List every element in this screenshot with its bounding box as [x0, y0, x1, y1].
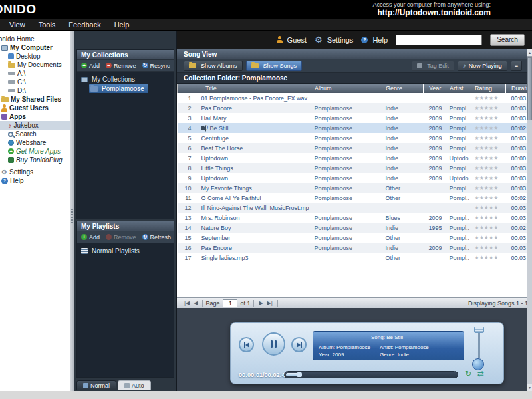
sidebar-item-guest-users[interactable]: Guest Users — [0, 104, 70, 112]
add-button[interactable]: +Add — [81, 234, 100, 241]
first-page-icon[interactable]: |◀ — [182, 300, 192, 306]
prev-page-icon[interactable]: ◀ — [192, 300, 200, 306]
song-rating[interactable]: ★★★★★ — [469, 123, 506, 133]
previous-track-button[interactable] — [239, 337, 254, 352]
song-row[interactable]: 101 Pomplamoose - Pas Encore_FX.wav★★★★★… — [178, 93, 532, 103]
show-albums-button[interactable]: Show Albums — [184, 61, 243, 71]
song-row[interactable]: 16Pas EncorePomplamooseIndie2009Pompl...… — [178, 243, 532, 253]
column-header-rating[interactable]: Rating — [469, 84, 506, 93]
page-number-input[interactable] — [223, 299, 237, 307]
shuffle-icon[interactable]: ⇄ — [477, 369, 484, 378]
next-page-icon[interactable]: ▶ — [257, 300, 265, 306]
song-row[interactable]: 17Single ladies.mp3OtherPompl...★★★★★00:… — [178, 253, 532, 263]
song-rating[interactable]: ★★★★★ — [469, 113, 506, 123]
add-button[interactable]: +Add — [81, 63, 100, 69]
sidebar-item-get-more-apps[interactable]: +Get More Apps — [0, 147, 70, 156]
search-button[interactable]: Search — [490, 34, 525, 46]
song-rating[interactable]: ★★★★★ — [469, 203, 506, 213]
sidebar-item-c[interactable]: C:\ — [0, 78, 70, 86]
sidebar-item-desktop[interactable]: Desktop — [0, 52, 70, 61]
song-row[interactable]: 10My Favorite ThingsPomplamooseOtherPomp… — [178, 183, 532, 193]
show-songs-button[interactable]: Show Songs — [246, 61, 303, 71]
sidebar-item-settings[interactable]: ⚙Settings — [0, 168, 70, 176]
sidebar-item-tonido-home[interactable]: ⌂Tonido Home — [0, 35, 70, 43]
song-row[interactable]: 12Ill Nino-Against The Wall_MusicFrost.m… — [178, 203, 532, 213]
tree-item-pomplamoose[interactable]: Pomplamoose — [89, 84, 174, 93]
sidebar-splitter[interactable] — [70, 31, 74, 391]
next-track-button[interactable] — [291, 337, 307, 352]
seek-bar[interactable] — [284, 371, 458, 378]
resync-button[interactable]: ↻Resync — [142, 63, 170, 69]
song-rating[interactable]: ★★★★★ — [469, 173, 506, 183]
song-row[interactable]: 8Little ThingsPomplamooseIndie2009Pompl.… — [178, 163, 532, 173]
song-rating[interactable]: ★★★★★ — [469, 153, 506, 163]
song-rating[interactable]: ★★★★★ — [469, 223, 506, 233]
song-rating[interactable]: ★★★★★ — [469, 193, 506, 203]
tab-auto[interactable]: Auto — [118, 380, 151, 390]
help-button[interactable]: ? Help — [361, 36, 388, 44]
guest-button[interactable]: Guest — [277, 36, 307, 44]
remove-button[interactable]: −Remove — [106, 63, 136, 69]
column-header-artist[interactable]: Artist — [444, 84, 469, 93]
sidebar-item-webshare[interactable]: Webshare — [0, 138, 70, 147]
sidebar-item-apps[interactable]: Apps — [0, 112, 70, 121]
song-rating[interactable]: ★★★★★ — [469, 243, 506, 253]
sidebar-item-jukebox[interactable]: ♪Jukebox — [0, 121, 70, 130]
splitter-grip-icon[interactable] — [71, 209, 73, 223]
now-playing-button[interactable]: ♪ Now Playing — [458, 61, 507, 71]
menu-help[interactable]: Help — [108, 21, 136, 29]
song-row[interactable]: 3Hail MaryPomplamooseIndie2009Pompl...★★… — [178, 113, 532, 123]
song-row[interactable]: 2Pas EncorePomplamooseIndie2009Pompl...★… — [178, 103, 532, 113]
refresh-button[interactable]: ↻Refresh — [142, 234, 172, 241]
menu-view[interactable]: View — [3, 21, 32, 29]
song-rating[interactable]: ★★★★★ — [469, 143, 506, 153]
song-row[interactable]: 11O Come All Ye FaithfulPomplamooseOther… — [178, 193, 532, 203]
column-header-genre[interactable]: Genre — [380, 84, 424, 93]
menu-tools[interactable]: Tools — [32, 21, 63, 29]
seek-handle[interactable] — [297, 372, 302, 377]
song-row[interactable]: 13Mrs. RobinsonPomplamooseBlues2009Pompl… — [178, 213, 532, 223]
song-row[interactable]: 5CentrifugePomplamooseIndie2009Pompl...★… — [178, 133, 532, 143]
vertical-scrollbar[interactable]: ▲ ▼ — [527, 49, 532, 391]
search-input[interactable] — [396, 35, 482, 45]
settings-button[interactable]: ⚙ Settings — [315, 36, 353, 44]
song-rating[interactable]: ★★★★★ — [469, 233, 506, 243]
remove-button[interactable]: −Remove — [106, 234, 136, 241]
song-rating[interactable]: ★★★★★ — [469, 183, 506, 193]
song-rating[interactable]: ★★★★★ — [469, 163, 506, 173]
song-rating[interactable]: ★★★★★ — [469, 93, 506, 103]
sidebar-item-my-documents[interactable]: My Documents — [0, 61, 70, 69]
song-row[interactable]: 15SeptemberPomplamooseOtherPompl...★★★★★… — [178, 233, 532, 243]
sidebar-item-buy-tonidoplug[interactable]: Buy TonidoPlug — [0, 156, 70, 164]
sidebar-item-d[interactable]: D:\ — [0, 86, 70, 95]
song-row[interactable]: 4Be StillPomplamooseIndie2009Pompl...★★★… — [178, 123, 532, 133]
last-page-icon[interactable]: ▶| — [265, 300, 275, 306]
song-row[interactable]: 9UptodownPomplamooseIndie2009Uptodo...★★… — [178, 173, 532, 183]
tree-item-my-collections[interactable]: My Collections — [81, 75, 174, 84]
song-rating[interactable]: ★★★★★ — [469, 103, 506, 113]
song-row[interactable]: 7UptodownPomplamooseIndie2009Uptodo...★★… — [178, 153, 532, 163]
pause-button[interactable] — [262, 332, 285, 356]
menu-feedback[interactable]: Feedback — [62, 21, 107, 29]
sidebar-item-my-computer[interactable]: My Computer — [0, 43, 70, 52]
tab-normal[interactable]: Normal — [76, 380, 116, 390]
sidebar-item-my-shared-files[interactable]: My Shared Files — [0, 95, 70, 104]
column-header-year[interactable]: Year — [424, 84, 444, 93]
volume-handle[interactable] — [474, 327, 484, 333]
scroll-up-icon[interactable]: ▲ — [527, 49, 532, 57]
song-row[interactable]: 6Beat The HorsePomplamooseIndie2009Pompl… — [178, 143, 532, 153]
sidebar-item-help[interactable]: ?Help — [0, 176, 70, 185]
song-row[interactable]: 14Nature BoyPomplamooseIndie1995Pompl...… — [178, 223, 532, 233]
tree-item-normal-playlists[interactable]: Normal Playlists — [81, 247, 174, 255]
list-view-button[interactable]: ≡ — [511, 61, 522, 71]
column-header-album[interactable]: Album — [309, 84, 380, 93]
sidebar-item-a[interactable]: A:\ — [0, 69, 70, 78]
repeat-icon[interactable]: ↻ — [465, 369, 471, 378]
column-header-title[interactable]: Title — [196, 84, 309, 93]
song-rating[interactable]: ★★★★★ — [469, 253, 506, 263]
scroll-down-icon[interactable]: ▼ — [527, 384, 532, 391]
tag-edit-button[interactable]: Tag Edit — [412, 61, 454, 71]
sidebar-item-search[interactable]: Search — [0, 130, 70, 138]
song-rating[interactable]: ★★★★★ — [469, 133, 506, 143]
song-rating[interactable]: ★★★★★ — [469, 213, 506, 223]
